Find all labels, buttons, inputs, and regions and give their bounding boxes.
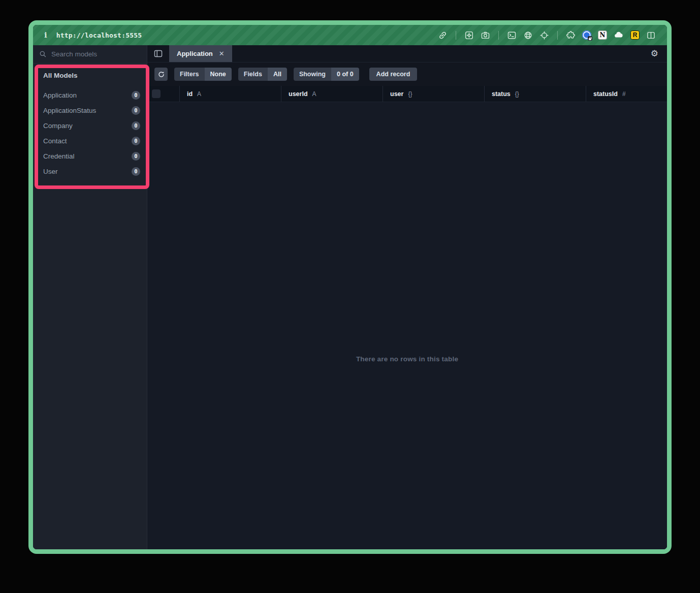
all-models-heading: All Models: [43, 72, 141, 79]
sidebar-item-application[interactable]: Application 0: [43, 87, 141, 103]
main-panel: Application ✕ ⚙ Filters None: [147, 45, 667, 549]
close-icon[interactable]: ✕: [219, 50, 225, 57]
favicon-info-glyph: i: [44, 30, 47, 40]
checkbox-column-header: [147, 86, 179, 102]
model-name: Application: [43, 91, 77, 99]
sidebar-item-applicationstatus[interactable]: ApplicationStatus 0: [43, 103, 141, 118]
models-panel: All Models Application 0 ApplicationStat…: [33, 64, 147, 179]
camera-icon[interactable]: [481, 30, 490, 40]
sidebar-item-user[interactable]: User 0: [43, 164, 141, 179]
link-icon[interactable]: [438, 30, 448, 40]
column-name: status: [492, 90, 511, 98]
column-name: userId: [289, 90, 308, 98]
select-all-checkbox[interactable]: [152, 89, 161, 98]
toolbar-divider: [456, 31, 456, 40]
sidebar-item-company[interactable]: Company 0: [43, 118, 141, 133]
cloud-icon[interactable]: [614, 30, 624, 40]
showing-value: 0 of 0: [331, 68, 359, 81]
puzzle-icon[interactable]: [566, 30, 576, 40]
column-type-icon: {}: [408, 90, 412, 98]
table-body: There are no rows in this table: [147, 102, 667, 549]
column-header-userid[interactable]: userId A: [281, 86, 383, 102]
table-header-row: id A userId A user {} status {} statusId: [147, 86, 667, 102]
refresh-button[interactable]: [154, 68, 168, 81]
record-count-badge: 0: [132, 91, 140, 100]
toolbar-divider: [498, 31, 499, 40]
fields-label: Fields: [238, 68, 268, 81]
tab-application[interactable]: Application ✕: [169, 45, 232, 62]
empty-table-message: There are no rows in this table: [147, 355, 667, 363]
onepassword-icon[interactable]: [582, 30, 591, 40]
sidebar-toggle-icon[interactable]: [147, 45, 169, 62]
fields-value: All: [268, 68, 287, 81]
model-name: Company: [43, 122, 73, 130]
model-name: Credential: [43, 152, 75, 160]
column-name: id: [187, 90, 193, 98]
column-header-status[interactable]: status {}: [484, 86, 586, 102]
record-count-badge: 0: [132, 152, 140, 161]
models-sidebar: All Models Application 0 ApplicationStat…: [33, 45, 147, 549]
crosshair-icon[interactable]: [539, 30, 549, 40]
column-header-statusid[interactable]: statusId #: [586, 86, 667, 102]
app-content: All Models Application 0 ApplicationStat…: [33, 45, 667, 549]
toolbar-divider: [557, 31, 558, 40]
browser-window: i http://localhost:5555: [28, 20, 672, 554]
split-view-icon[interactable]: [646, 30, 656, 40]
sidebar-item-credential[interactable]: Credential 0: [43, 148, 141, 164]
model-search: [33, 45, 147, 64]
table-toolbar: Filters None Fields All Showing 0 of 0 A…: [147, 63, 667, 86]
column-header-user[interactable]: user {}: [383, 86, 484, 102]
browser-toolbar-icons: N R: [438, 30, 656, 40]
column-name: statusId: [593, 90, 618, 98]
filters-label: Filters: [174, 68, 205, 81]
tab-label: Application: [177, 50, 213, 57]
refresh-icon: [157, 71, 165, 78]
showing-button[interactable]: Showing 0 of 0: [294, 68, 359, 81]
record-count-badge: 0: [132, 167, 140, 176]
column-type-icon: A: [197, 90, 201, 98]
tab-bar: Application ✕ ⚙: [147, 45, 667, 63]
r-extension-icon[interactable]: R: [630, 30, 640, 40]
record-count-badge: 0: [132, 137, 140, 145]
browser-titlebar: i http://localhost:5555: [33, 25, 667, 45]
lock-icon: [588, 36, 592, 41]
photo-icon[interactable]: [464, 30, 474, 40]
settings-gear-icon[interactable]: ⚙: [651, 45, 667, 62]
model-name: Contact: [43, 137, 67, 145]
model-name: ApplicationStatus: [43, 107, 96, 114]
add-record-button[interactable]: Add record: [369, 68, 418, 81]
showing-label: Showing: [294, 68, 331, 81]
search-models-input[interactable]: [51, 50, 138, 58]
record-count-badge: 0: [132, 121, 140, 130]
filters-value: None: [205, 68, 232, 81]
terminal-icon[interactable]: [507, 30, 517, 40]
url-bar[interactable]: http://localhost:5555: [56, 32, 142, 39]
sidebar-item-contact[interactable]: Contact 0: [43, 133, 141, 148]
column-name: user: [390, 90, 403, 98]
column-type-icon: A: [312, 90, 316, 98]
search-icon: [39, 50, 47, 58]
record-count-badge: 0: [132, 106, 140, 115]
fields-button[interactable]: Fields All: [238, 68, 287, 81]
column-header-id[interactable]: id A: [179, 86, 281, 102]
notion-icon[interactable]: N: [598, 30, 607, 40]
model-name: User: [43, 168, 58, 175]
column-type-icon: #: [622, 90, 626, 98]
filters-button[interactable]: Filters None: [174, 68, 232, 81]
column-type-icon: {}: [515, 90, 519, 98]
globe-icon[interactable]: [523, 30, 533, 40]
